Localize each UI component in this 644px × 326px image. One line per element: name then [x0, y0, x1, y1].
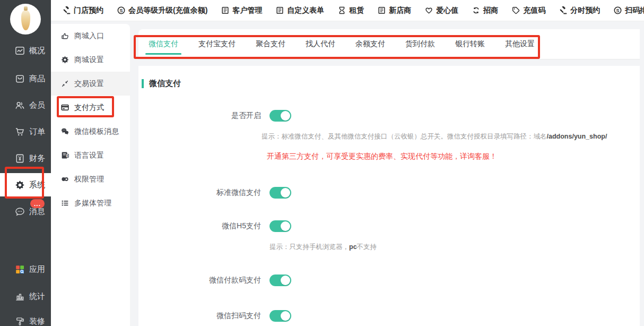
hint-path: /addons/yun_shop/ [547, 133, 607, 140]
payment-tabs-bar: 微信支付 支付宝支付 聚合支付 找人代付 余额支付 货到付款 银行转账 其他设置 [138, 29, 640, 59]
topbar-item-rental[interactable]: 租赁 [338, 6, 364, 15]
sidebar-item-label: 会员 [29, 100, 45, 110]
sidebar-item-label: 装修 [29, 316, 45, 326]
subsidebar-item-trade-settings[interactable]: 交易设置 [51, 72, 130, 96]
subsidebar-item-label: 微信模板消息 [74, 127, 119, 136]
topbar-item-recharge-code[interactable]: 充值码 [512, 6, 545, 15]
tab-aggregate-pay[interactable]: 聚合支付 [246, 29, 295, 59]
subsidebar-item-label: 多媒体管理 [74, 199, 111, 208]
tab-label: 其他设置 [505, 39, 535, 49]
gear-icon [61, 56, 69, 64]
subsidebar-item-label: 支付方式 [74, 103, 104, 113]
tab-balance-pay[interactable]: 余额支付 [345, 29, 395, 59]
tab-label: 聚合支付 [256, 39, 285, 49]
topbar-item-investment[interactable]: 招商 [472, 6, 498, 15]
tab-label: 余额支付 [355, 39, 385, 49]
topbar-item-time-booking[interactable]: 分时预约 [559, 6, 600, 15]
sidebar-item-label: 商品 [29, 74, 45, 84]
recycle-icon [472, 6, 480, 14]
subsidebar-item-label: 商城设置 [74, 55, 104, 65]
subsidebar-item-permission-mgmt[interactable]: 权限管理 [51, 167, 130, 191]
tab-cod[interactable]: 货到付款 [395, 29, 445, 59]
goods-icon [15, 74, 25, 84]
toggle-switch-standard-wechat[interactable] [269, 187, 291, 199]
subsidebar-item-shop-settings[interactable]: 商城设置 [51, 48, 130, 72]
sidebar-item-label: 概况 [29, 46, 45, 56]
permission-icon [61, 175, 69, 183]
paint-roller-icon [15, 316, 25, 326]
subsidebar-item-media-mgmt[interactable]: 多媒体管理 [51, 191, 130, 215]
hint-text: 提示：只支持手机浏览器， [269, 243, 349, 251]
main-sidebar: 概况 商品 会员 订单 财务 系统 消息 应用 统计 装修 [0, 0, 51, 326]
topbar-item-customer-mgmt[interactable]: 客户管理 [221, 6, 262, 15]
heart-icon [425, 6, 433, 14]
subsidebar-item-label: 交易设置 [74, 79, 104, 89]
subsidebar-item-wechat-template[interactable]: 微信模板消息 [51, 119, 130, 143]
toggle-switch-paycode[interactable] [269, 274, 291, 286]
tab-other-settings[interactable]: 其他设置 [495, 29, 545, 59]
tab-label: 货到付款 [405, 39, 435, 49]
sidebar-item-members[interactable]: 会员 [0, 93, 51, 117]
topbar-item-member-upgrade[interactable]: S 会员等级升级(充值余额) [117, 6, 207, 15]
form-icon [221, 6, 229, 14]
toggle-switch-h5-pay[interactable] [269, 220, 291, 232]
field-label: 微信H5支付 [138, 221, 261, 231]
tab-alipay[interactable]: 支付宝支付 [188, 29, 246, 59]
topbar-item-new-shop[interactable]: 新店商 [378, 6, 411, 15]
gavel-icon [63, 6, 71, 14]
settings-sidebar: 商城入口 商城设置 交易设置 支付方式 微信模板消息 a 语言设置 权限管理 多… [51, 24, 130, 326]
sidebar-item-label: 财务 [29, 153, 45, 164]
sidebar-item-label: 应用 [29, 264, 45, 274]
tab-label: 银行转账 [455, 39, 485, 49]
field-label: 微信扫码支付 [138, 311, 261, 321]
topbar-item-label: 分时预约 [570, 6, 600, 15]
sidebar-item-apps[interactable]: 应用 [0, 258, 51, 281]
message-count-badge: ... [30, 199, 45, 208]
toggle-switch-scan-pay[interactable] [269, 310, 291, 322]
form-row-paycode: 微信付款码支付 [138, 274, 291, 286]
logo-perfume-bottle[interactable] [10, 4, 41, 35]
thumb-up-icon [61, 32, 69, 40]
topbar-item-label: 爱心值 [436, 6, 458, 15]
sidebar-item-overview[interactable]: 概况 [0, 39, 51, 62]
form-row-standard-wechat: 标准微信支付 [138, 187, 291, 199]
svg-text:S: S [120, 8, 123, 13]
sidebar-item-decorate[interactable]: 装修 [0, 310, 51, 326]
tab-label: 微信支付 [149, 39, 178, 49]
toggle-switch-enabled[interactable] [269, 110, 291, 122]
gavel-icon [559, 6, 567, 14]
subsidebar-item-language-settings[interactable]: a 语言设置 [51, 143, 130, 167]
topbar-item-love-value[interactable]: 爱心值 [425, 6, 458, 15]
topbar-item-scan-queue[interactable]: S 扫码排队 [614, 6, 644, 15]
subsidebar-item-label: 语言设置 [74, 151, 104, 160]
form-row-scan-pay: 微信扫码支付 [138, 310, 291, 322]
subsidebar-item-label: 商城入口 [74, 31, 104, 41]
topbar-item-store-booking[interactable]: 门店预约 [63, 6, 103, 15]
section-header: 微信支付 [142, 79, 181, 89]
sidebar-item-orders[interactable]: 订单 [0, 120, 51, 143]
tab-bank-transfer[interactable]: 银行转账 [445, 29, 495, 59]
list-icon [61, 199, 69, 207]
members-icon [15, 100, 25, 110]
subsidebar-item-payment-method[interactable]: 支付方式 [51, 96, 130, 119]
tab-wechat-pay[interactable]: 微信支付 [138, 29, 188, 59]
subsidebar-item-shop-entry[interactable]: 商城入口 [51, 24, 130, 48]
hint-pc: pc [349, 243, 357, 251]
sidebar-item-system[interactable]: 系统 [0, 173, 51, 196]
sidebar-item-goods[interactable]: 商品 [0, 67, 51, 90]
message-icon [15, 207, 25, 217]
sidebar-item-finance[interactable]: 财务 [0, 147, 51, 170]
topbar-item-custom-form[interactable]: 自定义表单 [276, 6, 324, 15]
hourglass-icon [338, 6, 346, 14]
form-icon [378, 6, 386, 14]
sidebar-item-stats[interactable]: 统计 [0, 285, 51, 308]
topbar-item-label: 充值码 [523, 6, 545, 15]
credit-card-icon [61, 104, 69, 111]
wechat-bubbles-icon [61, 127, 69, 135]
tab-proxy-pay[interactable]: 找人代付 [295, 29, 345, 59]
sidebar-item-label: 统计 [29, 291, 45, 302]
field-label: 微信付款码支付 [138, 276, 261, 285]
topbar-item-label: 门店预约 [74, 6, 103, 15]
content-panel: 微信支付 是否开启 提示：标准微信支付、及其他微信支付接口（云收银）总开关。微信… [138, 66, 640, 326]
hint-text: 不支持 [357, 243, 377, 251]
